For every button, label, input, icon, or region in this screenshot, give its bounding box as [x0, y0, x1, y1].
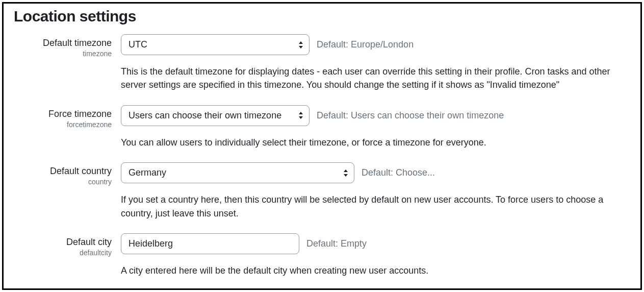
setting-name: timezone: [14, 50, 112, 58]
setting-name: country: [14, 178, 112, 186]
setting-row-defaultcity: Default city defaultcity Default: Empty: [14, 233, 630, 257]
setting-label-col: Default timezone timezone: [14, 34, 121, 58]
setting-label: Default timezone: [14, 37, 112, 49]
setting-label-col: Default country country: [14, 162, 121, 186]
timezone-select[interactable]: UTC: [121, 34, 310, 55]
setting-control-col: Users can choose their own timezone Defa…: [121, 105, 630, 126]
setting-description: You can allow users to individually sele…: [121, 136, 630, 149]
default-hint: Default: Empty: [306, 238, 367, 249]
setting-label-col: Default city defaultcity: [14, 233, 121, 257]
timezone-select-wrapper: UTC: [121, 34, 310, 55]
setting-name: forcetimezone: [14, 120, 112, 129]
country-select[interactable]: Germany: [121, 162, 354, 183]
setting-control-col: UTC Default: Europe/London: [121, 34, 630, 55]
default-hint: Default: Choose...: [362, 167, 435, 178]
forcetimezone-select-wrapper: Users can choose their own timezone: [121, 105, 310, 126]
setting-name: defaultcity: [14, 249, 112, 257]
setting-label: Default city: [14, 236, 112, 248]
setting-row-timezone: Default timezone timezone UTC Default: E…: [14, 34, 630, 58]
defaultcity-input[interactable]: [121, 233, 299, 254]
default-hint: Default: Users can choose their own time…: [317, 110, 504, 121]
setting-description: A city entered here will be the default …: [121, 264, 630, 277]
setting-label: Default country: [14, 165, 112, 177]
setting-control-col: Default: Empty: [121, 233, 630, 254]
setting-label: Force timezone: [14, 108, 112, 120]
setting-description: If you set a country here, then this cou…: [121, 193, 630, 220]
setting-row-country: Default country country Germany Default:…: [14, 162, 630, 186]
setting-description: This is the default timezone for display…: [121, 65, 630, 91]
setting-label-col: Force timezone forcetimezone: [14, 105, 121, 129]
forcetimezone-select[interactable]: Users can choose their own timezone: [121, 105, 310, 126]
country-select-wrapper: Germany: [121, 162, 354, 183]
page-title: Location settings: [14, 8, 630, 25]
settings-panel: Location settings Default timezone timez…: [2, 2, 642, 290]
setting-control-col: Germany Default: Choose...: [121, 162, 630, 183]
default-hint: Default: Europe/London: [317, 39, 414, 50]
setting-row-forcetimezone: Force timezone forcetimezone Users can c…: [14, 105, 630, 129]
